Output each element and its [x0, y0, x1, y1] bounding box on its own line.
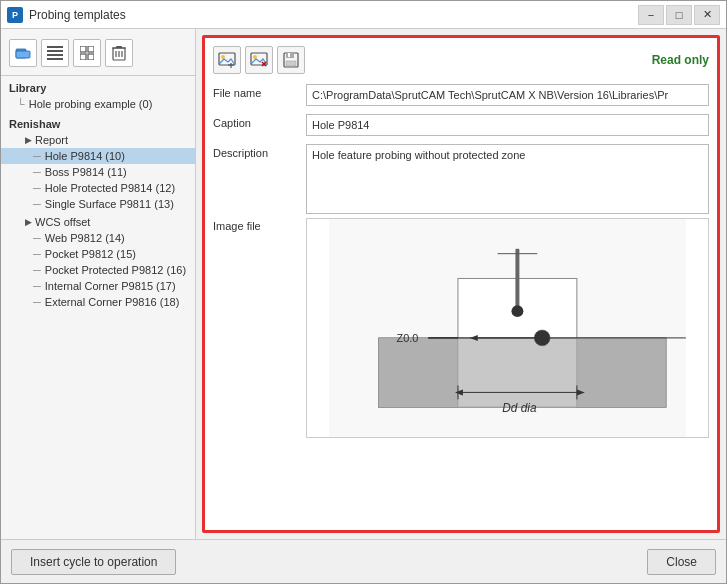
list-view-button[interactable] [41, 39, 69, 67]
svg-rect-4 [47, 54, 63, 56]
file-name-row: File name [213, 84, 709, 106]
tree-item-pocket-protected[interactable]: ─ Pocket Protected P9812 (16) [1, 262, 195, 278]
tree-dash-2: ─ [33, 166, 41, 178]
form-area: File name Caption Description Hole featu… [213, 84, 709, 214]
tree-dash-9: ─ [33, 296, 41, 308]
svg-rect-9 [88, 54, 94, 60]
svg-text:Dd dia: Dd dia [502, 401, 537, 415]
tree-group-wcs[interactable]: ▶ WCS offset [1, 214, 195, 230]
svg-rect-16 [219, 53, 235, 65]
svg-rect-31 [379, 338, 458, 407]
clear-image-button[interactable] [245, 46, 273, 74]
minimize-button[interactable]: − [638, 5, 664, 25]
svg-point-37 [511, 305, 523, 317]
grid-view-button[interactable] [73, 39, 101, 67]
library-tree: Library └ Hole probing example (0) Renis… [1, 76, 195, 533]
left-panel: Library └ Hole probing example (0) Renis… [1, 29, 196, 539]
window-controls: − □ ✕ [638, 5, 720, 25]
tree-item-hole-p9814[interactable]: ─ Hole P9814 (10) [1, 148, 195, 164]
expand-arrow-report: ▶ [25, 135, 32, 145]
tree-item-label: Hole probing example (0) [29, 98, 153, 110]
svg-point-21 [253, 55, 257, 59]
caption-row: Caption [213, 114, 709, 136]
right-panel: Read only File name Caption Description … [202, 35, 720, 533]
open-folder-button[interactable] [9, 39, 37, 67]
tree-item-boss-p9814[interactable]: ─ Boss P9814 (11) [1, 164, 195, 180]
tree-group-report[interactable]: ▶ Report [1, 132, 195, 148]
expand-arrow-wcs: ▶ [25, 217, 32, 227]
tree-dash-8: ─ [33, 280, 41, 292]
tree-item-hole-probing[interactable]: └ Hole probing example (0) [1, 96, 195, 112]
window-title: Probing templates [29, 8, 638, 22]
tree-dash-1: ─ [33, 150, 41, 162]
tree-dash-5: ─ [33, 232, 41, 244]
renishaw-label: Renishaw [1, 116, 195, 132]
close-button[interactable]: Close [647, 549, 716, 575]
load-image-button[interactable] [213, 46, 241, 74]
description-textarea[interactable]: Hole feature probing without protected z… [306, 144, 709, 214]
svg-rect-8 [80, 54, 86, 60]
save-button[interactable] [277, 46, 305, 74]
main-area: Library └ Hole probing example (0) Renis… [1, 29, 726, 539]
file-name-label: File name [213, 84, 298, 99]
probe-diagram: Z0.0 [307, 219, 708, 437]
svg-rect-5 [47, 58, 63, 60]
svg-rect-3 [47, 50, 63, 52]
description-row: Description Hole feature probing without… [213, 144, 709, 214]
tree-indent-icon: └ [17, 98, 25, 110]
group-label-wcs: WCS offset [35, 216, 90, 228]
tree-item-hole-protected[interactable]: ─ Hole Protected P9814 (12) [1, 180, 195, 196]
delete-button[interactable] [105, 39, 133, 67]
close-window-button[interactable]: ✕ [694, 5, 720, 25]
tree-dash-4: ─ [33, 198, 41, 210]
svg-rect-1 [16, 51, 30, 58]
image-container: Z0.0 [306, 218, 709, 438]
tree-dash-3: ─ [33, 182, 41, 194]
title-bar: P Probing templates − □ ✕ [1, 1, 726, 29]
read-only-label: Read only [652, 53, 709, 67]
tree-dash-7: ─ [33, 264, 41, 276]
caption-input[interactable] [306, 114, 709, 136]
tree-item-web-p9812[interactable]: ─ Web P9812 (14) [1, 230, 195, 246]
tree-dash-6: ─ [33, 248, 41, 260]
image-section: Image file [213, 218, 709, 438]
tree-item-pocket-p9812[interactable]: ─ Pocket P9812 (15) [1, 246, 195, 262]
app-icon: P [7, 7, 23, 23]
svg-point-17 [221, 55, 225, 59]
svg-rect-32 [577, 338, 666, 407]
image-file-label: Image file [213, 218, 298, 232]
tree-item-single-surface[interactable]: ─ Single Surface P9811 (13) [1, 196, 195, 212]
bottom-bar: Insert cycle to operation Close [1, 539, 726, 583]
left-toolbar [1, 35, 195, 76]
description-label: Description [213, 144, 298, 159]
library-label: Library [1, 80, 195, 96]
svg-rect-7 [88, 46, 94, 52]
svg-rect-36 [515, 249, 519, 308]
svg-rect-6 [80, 46, 86, 52]
tree-item-external-corner[interactable]: ─ External Corner P9816 (18) [1, 294, 195, 310]
file-name-input[interactable] [306, 84, 709, 106]
svg-rect-12 [116, 46, 122, 48]
insert-cycle-button[interactable]: Insert cycle to operation [11, 549, 176, 575]
group-label-report: Report [35, 134, 68, 146]
main-window: P Probing templates − □ ✕ [0, 0, 727, 584]
svg-rect-26 [288, 53, 290, 57]
restore-button[interactable]: □ [666, 5, 692, 25]
caption-label: Caption [213, 114, 298, 129]
svg-rect-2 [47, 46, 63, 48]
right-toolbar: Read only [213, 46, 709, 74]
svg-rect-27 [286, 61, 296, 66]
svg-text:Z0.0: Z0.0 [397, 332, 419, 344]
tree-item-internal-corner[interactable]: ─ Internal Corner P9815 (17) [1, 278, 195, 294]
